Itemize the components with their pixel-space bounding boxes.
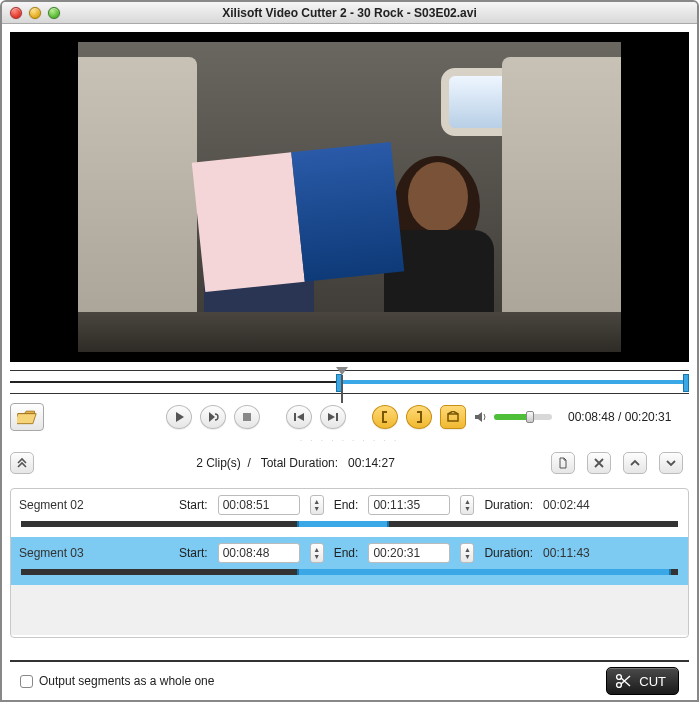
start-label: Start:	[179, 546, 208, 560]
segment-row[interactable]: Segment 02Start:00:08:51▲▼End:00:11:35▲▼…	[11, 489, 688, 537]
stop-icon	[241, 411, 253, 423]
document-icon	[557, 457, 569, 469]
bracket-start-icon	[379, 411, 391, 423]
volume-icon	[474, 410, 488, 424]
list-new-button[interactable]	[551, 452, 575, 474]
delete-clip-button[interactable]	[587, 452, 611, 474]
duration-value: 00:02:44	[543, 498, 590, 512]
prev-frame-button[interactable]	[286, 405, 312, 429]
svg-rect-1	[294, 413, 296, 421]
output-whole-label: Output segments as a whole one	[39, 674, 214, 688]
stop-button[interactable]	[234, 405, 260, 429]
summary-text: 2 Clip(s) / Total Duration: 00:14:27	[40, 456, 551, 470]
add-clip-icon	[447, 411, 459, 423]
output-whole-checkbox[interactable]	[20, 675, 33, 688]
folder-open-icon	[17, 408, 37, 426]
chevron-down-icon	[665, 457, 677, 469]
bracket-end-icon	[413, 411, 425, 423]
end-label: End:	[334, 498, 359, 512]
scissors-icon	[615, 673, 631, 689]
duration-label: Duration:	[484, 498, 533, 512]
selection-end-handle[interactable]	[683, 374, 689, 392]
chevron-up-double-icon	[16, 457, 28, 469]
cut-button-label: CUT	[639, 674, 666, 689]
next-icon	[327, 411, 339, 423]
timeline[interactable]	[10, 370, 689, 394]
end-time-input[interactable]: 00:20:31	[368, 543, 450, 563]
duration-value: 00:11:43	[543, 546, 590, 560]
timecode: 00:08:48 / 00:20:31	[568, 410, 671, 424]
svg-rect-0	[243, 413, 251, 421]
next-frame-button[interactable]	[320, 405, 346, 429]
drag-handle-dots[interactable]: · · · · · · · · · ·	[10, 436, 689, 446]
start-stepper[interactable]: ▲▼	[310, 543, 324, 563]
move-down-button[interactable]	[659, 452, 683, 474]
new-clip-button[interactable]	[440, 405, 466, 429]
segment-list: Segment 02Start:00:08:51▲▼End:00:11:35▲▼…	[10, 488, 689, 638]
volume-control[interactable]	[474, 410, 552, 424]
open-file-button[interactable]	[10, 403, 44, 431]
chevron-up-icon	[629, 457, 641, 469]
collapse-button[interactable]	[10, 452, 34, 474]
end-label: End:	[334, 546, 359, 560]
cut-button[interactable]: CUT	[606, 667, 679, 695]
play-loop-button[interactable]	[200, 405, 226, 429]
volume-slider[interactable]	[494, 414, 552, 420]
end-time-input[interactable]: 00:11:35	[368, 495, 450, 515]
set-start-button[interactable]	[372, 405, 398, 429]
window-title: Xilisoft Video Cutter 2 - 30 Rock - S03E…	[2, 6, 697, 20]
play-icon	[173, 411, 185, 423]
end-stepper[interactable]: ▲▼	[460, 495, 474, 515]
start-label: Start:	[179, 498, 208, 512]
set-end-button[interactable]	[406, 405, 432, 429]
app-window: Xilisoft Video Cutter 2 - 30 Rock - S03E…	[0, 0, 699, 702]
svg-point-5	[617, 683, 622, 688]
segment-row[interactable]: Segment 03Start:00:08:48▲▼End:00:20:31▲▼…	[11, 537, 688, 585]
segment-bar[interactable]	[21, 569, 678, 575]
playhead[interactable]	[336, 367, 348, 375]
start-stepper[interactable]: ▲▼	[310, 495, 324, 515]
segment-name: Segment 03	[19, 546, 169, 560]
end-stepper[interactable]: ▲▼	[460, 543, 474, 563]
svg-point-4	[617, 675, 622, 680]
footer-bar: Output segments as a whole one CUT	[10, 660, 689, 700]
play-button[interactable]	[166, 405, 192, 429]
video-preview[interactable]	[10, 32, 689, 362]
svg-rect-3	[448, 414, 458, 421]
play-loop-icon	[207, 411, 219, 423]
segment-bar[interactable]	[21, 521, 678, 527]
start-time-input[interactable]: 00:08:51	[218, 495, 300, 515]
svg-rect-2	[336, 413, 338, 421]
clip-summary-bar: 2 Clip(s) / Total Duration: 00:14:27	[10, 448, 689, 478]
start-time-input[interactable]: 00:08:48	[218, 543, 300, 563]
title-bar: Xilisoft Video Cutter 2 - 30 Rock - S03E…	[2, 2, 697, 24]
playback-controls: 00:08:48 / 00:20:31	[10, 398, 689, 436]
duration-label: Duration:	[484, 546, 533, 560]
segment-name: Segment 02	[19, 498, 169, 512]
total-time: 00:20:31	[625, 410, 672, 424]
prev-icon	[293, 411, 305, 423]
x-icon	[593, 457, 605, 469]
video-frame	[78, 42, 621, 352]
position-time: 00:08:48	[568, 410, 615, 424]
volume-knob[interactable]	[526, 411, 534, 423]
move-up-button[interactable]	[623, 452, 647, 474]
content-area: 00:08:48 / 00:20:31 · · · · · · · · · · …	[2, 24, 697, 700]
